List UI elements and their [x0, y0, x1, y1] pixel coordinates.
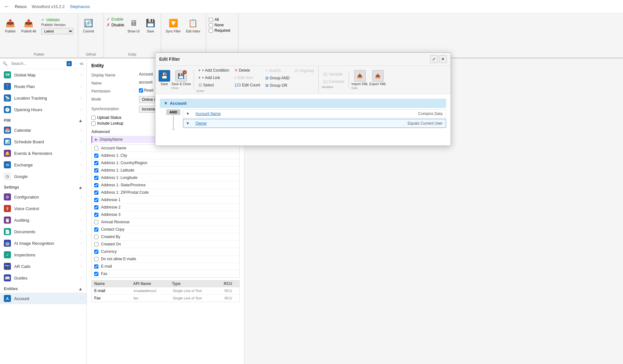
sidebar-search-input[interactable]: [9, 60, 65, 67]
save-close-button[interactable]: 💾 ✕: [175, 70, 187, 82]
google-star[interactable]: ☆: [79, 174, 83, 179]
location-tracking-star[interactable]: ☆: [79, 96, 83, 100]
field-checkbox-fax[interactable]: [94, 272, 98, 276]
publish-button[interactable]: 📤 Publish: [3, 16, 18, 35]
variable-button[interactable]: [x] Variable: [321, 71, 346, 77]
field-checkbox-address-country[interactable]: [94, 161, 98, 165]
dialog-maximize-button[interactable]: ⤢: [430, 55, 438, 63]
and-or-button[interactable]: + And/Or: [263, 67, 291, 74]
export-xml-button[interactable]: 📤: [372, 70, 384, 82]
sidebar-collapse-icon[interactable]: ≪: [79, 61, 84, 66]
add-link-button[interactable]: + + Add Link: [197, 75, 231, 81]
dialog-close-button[interactable]: ✕: [439, 55, 447, 63]
ai-image-star[interactable]: ☆: [79, 241, 83, 245]
condition1-expand-icon[interactable]: ▼: [183, 110, 192, 118]
save-entity-button[interactable]: 💾 Save: [143, 16, 158, 35]
read-checkbox[interactable]: [139, 88, 143, 93]
publish-version-select[interactable]: Latest: [41, 28, 73, 34]
commit-button[interactable]: 🔃 Commit: [81, 16, 96, 35]
select-all-option[interactable]: All: [209, 17, 230, 22]
select-none-option[interactable]: None: [209, 23, 230, 27]
field-checkbox-annual-revenue[interactable]: [94, 220, 98, 224]
publish-all-button[interactable]: 📤 Publish All: [19, 16, 38, 35]
pim-toggle[interactable]: ▲: [78, 118, 83, 123]
add-condition-button[interactable]: + + Add Condition: [197, 67, 231, 74]
save-button[interactable]: 💾: [159, 70, 170, 82]
sync-filter-button[interactable]: 🔽 Sync Filter: [164, 16, 183, 35]
group-and-button[interactable]: ⊞ Group AND: [263, 75, 291, 81]
delete-button[interactable]: ✕ Delete: [233, 67, 262, 74]
include-lookup-checkbox[interactable]: [91, 121, 96, 126]
global-map-star[interactable]: ☆: [79, 73, 83, 77]
calendar-star[interactable]: ☆: [79, 128, 83, 132]
show-ui-button[interactable]: 🖥 Show UI: [125, 16, 142, 35]
user-name[interactable]: Stephanos: [70, 4, 90, 9]
field-checkbox-address-lat[interactable]: [94, 168, 98, 173]
select-required-checkbox[interactable]: [209, 29, 213, 33]
pim-section-header[interactable]: PIM ▲: [0, 115, 87, 124]
sidebar-item-auditing[interactable]: 📋 Auditing ☆: [0, 214, 87, 226]
configuration-star[interactable]: ☆: [79, 195, 83, 199]
sidebar-mode-icon[interactable]: ≡: [67, 61, 72, 66]
constant-button[interactable]: [c] Constant: [321, 78, 346, 85]
field-checkbox-address-zip[interactable]: [94, 191, 98, 195]
documents-star[interactable]: ☆: [79, 229, 83, 234]
sidebar-item-documents[interactable]: 📄 Documents ☆: [0, 226, 87, 237]
sidebar-item-configuration[interactable]: ⚙ Configuration ☆: [0, 191, 87, 203]
voice-control-star[interactable]: ☆: [79, 206, 83, 211]
auditing-star[interactable]: ☆: [79, 218, 83, 222]
field-checkbox-addresse2[interactable]: [94, 205, 98, 209]
entities-toggle[interactable]: ▲: [78, 286, 83, 291]
upload-status-checkbox[interactable]: [91, 116, 96, 120]
schedule-board-star[interactable]: ☆: [79, 139, 83, 144]
sidebar-item-route-plan[interactable]: 📍 Route Plan ☆: [0, 81, 87, 92]
sidebar-item-location-tracking[interactable]: 📡 Location Tracking ☆: [0, 92, 87, 104]
exchange-star[interactable]: ☆: [79, 163, 83, 167]
field-checkbox-no-emails[interactable]: [94, 257, 98, 261]
field-checkbox-addresse3[interactable]: [94, 213, 98, 217]
condition1-field[interactable]: Account Name: [192, 110, 319, 118]
opening-hours-star[interactable]: ☆: [79, 107, 83, 112]
sidebar-item-events-reminders[interactable]: 🔔 Events & Reminders ☆: [0, 147, 87, 159]
field-checkbox-currency[interactable]: [94, 250, 98, 254]
entities-section-header[interactable]: Entities ▲: [0, 284, 87, 293]
edit-sort-button[interactable]: ≡ Edit Sort: [233, 75, 262, 81]
sidebar-item-ar-calls[interactable]: 📷 AR Calls ☆: [0, 261, 87, 272]
inspections-star[interactable]: ☆: [79, 253, 83, 257]
sidebar-item-guides[interactable]: 📖 Guides ☆: [0, 272, 87, 284]
read-checkbox-label[interactable]: Read: [139, 88, 153, 93]
select-all-checkbox[interactable]: [209, 18, 213, 22]
field-checkbox-address-city[interactable]: [94, 154, 98, 158]
route-plan-star[interactable]: ☆: [79, 84, 83, 89]
field-checkbox-address-lng[interactable]: [94, 176, 98, 180]
sidebar-item-account[interactable]: A Account ☆: [0, 293, 87, 304]
entity-expand-icon[interactable]: ▼: [164, 101, 168, 106]
sidebar-item-opening-hours[interactable]: 🕐 Opening Hours ☆: [0, 104, 87, 115]
field-checkbox-email[interactable]: [94, 264, 98, 269]
account-star[interactable]: ☆: [79, 296, 83, 301]
select-required-option[interactable]: Required: [209, 28, 230, 33]
sidebar-item-voice-control[interactable]: 🎙 Voice Control ☆: [0, 203, 87, 214]
import-xml-button[interactable]: 📥: [354, 70, 366, 82]
sidebar-item-google[interactable]: G Google ☆: [0, 171, 87, 182]
field-checkbox-address-state[interactable]: [94, 183, 98, 187]
back-button[interactable]: ←: [4, 3, 10, 10]
condition-account-name[interactable]: ▼ Account Name Contains Data: [183, 109, 446, 118]
sidebar-item-inspections[interactable]: ✓ Inspections ☆: [0, 249, 87, 261]
sidebar-item-calendar[interactable]: 📅 Calendar ☆: [0, 124, 87, 136]
field-checkbox-created-by[interactable]: [94, 235, 98, 239]
condition-owner[interactable]: ▼ Owner Equals Current User: [183, 119, 446, 128]
events-reminders-star[interactable]: ☆: [79, 151, 83, 155]
field-checkbox-created-on[interactable]: [94, 242, 98, 246]
ar-calls-star[interactable]: ☆: [79, 264, 83, 269]
field-checkbox-account-name[interactable]: [94, 146, 98, 150]
sidebar-item-global-map[interactable]: 🗺 Global Map ☆: [0, 69, 87, 81]
condition2-expand-icon[interactable]: ▼: [183, 119, 192, 128]
group-or-button[interactable]: ⊞ Group OR: [263, 82, 291, 89]
edit-count-button[interactable]: 123 Edit Count: [233, 82, 262, 88]
filter-entity-header[interactable]: ▼ Account: [160, 99, 446, 108]
select-none-checkbox[interactable]: [209, 23, 213, 27]
sidebar-star-icon[interactable]: ☆: [74, 61, 77, 66]
ungroup-button[interactable]: ⊡ Ungroup: [293, 67, 316, 74]
field-checkbox-contact-copy[interactable]: [94, 227, 98, 232]
